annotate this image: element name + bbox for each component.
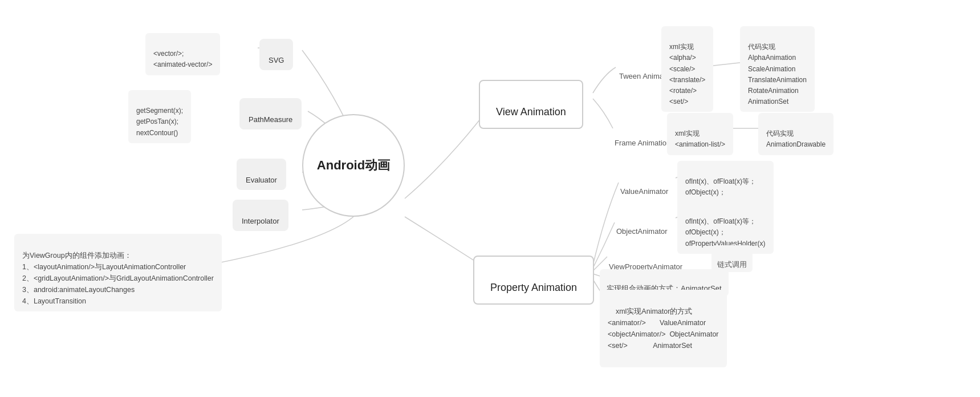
interpolator-node: Interpolator (233, 200, 288, 231)
frame-code-node: 代码实现 AnimationDrawable (758, 113, 833, 155)
view-property-detail-node: 链式调用 (711, 245, 753, 272)
tween-xml-node: xml实现 <alpha/> <scale/> <translate/> <ro… (661, 26, 713, 112)
pathmeasure-node: PathMeasure (239, 98, 302, 129)
view-animation-node: View Animation (479, 80, 583, 129)
center-label: Android动画 (317, 157, 390, 174)
layout-detail-node: 为ViewGroup内的组件添加动画： 1、<layoutAnimation/>… (14, 234, 222, 311)
value-animator-label-node: ValueAnimator (611, 170, 677, 201)
center-node: Android动画 (302, 114, 405, 217)
tween-code-node: 代码实现 AlphaAnimation ScaleAnimation Trans… (740, 26, 815, 112)
evaluator-node: Evaluator (237, 159, 286, 190)
svg-node: SVG (259, 39, 293, 70)
frame-xml-node: xml实现 <animation-list/> (667, 113, 733, 155)
mind-map-canvas: Android动画 <vector/>; <animated-vector/> … (0, 0, 980, 397)
svg-detail-node: <vector/>; <animated-vector/> (145, 33, 220, 75)
xml-animator-detail-node: xml实现Animator的方式 <animator/> ValueAnimat… (600, 290, 727, 367)
object-animator-label-node: ObjectAnimator (607, 210, 677, 241)
pathmeasure-detail-node: getSegment(x); getPosTan(x); nextContour… (128, 90, 191, 143)
property-animation-node: Property Animation (473, 256, 594, 305)
